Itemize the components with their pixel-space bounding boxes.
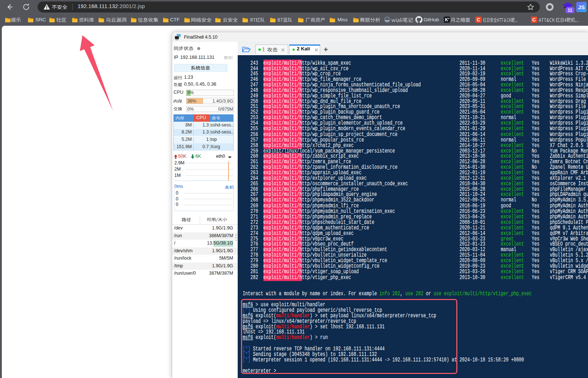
svg-text:C: C: [477, 17, 481, 22]
svg-text:C: C: [532, 17, 536, 22]
svg-text:JS: JS: [578, 4, 585, 10]
svg-text:K: K: [445, 17, 448, 22]
svg-text:11: 11: [568, 8, 573, 13]
